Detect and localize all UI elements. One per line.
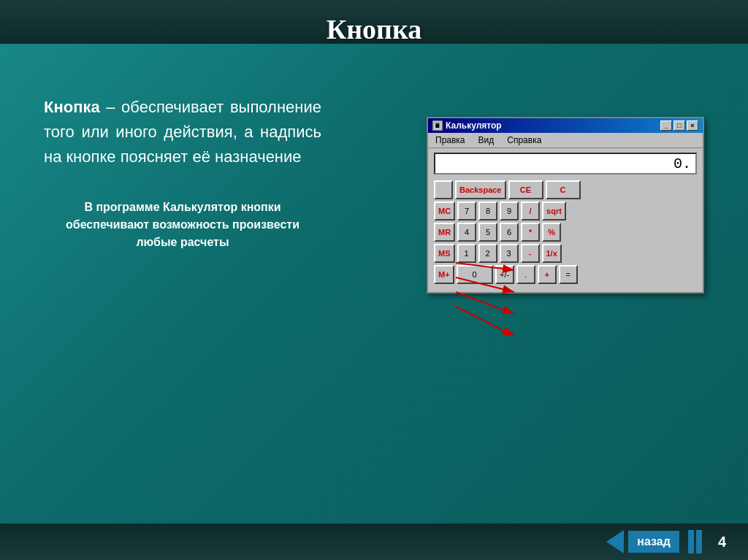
calc-btn-7[interactable]: 7: [457, 202, 476, 220]
calc-title-text: Калькулятор: [446, 120, 502, 131]
calc-btn-sqrt[interactable]: sqrt: [542, 202, 566, 220]
calc-btn-2[interactable]: 2: [478, 244, 497, 263]
calc-display: 0.: [434, 153, 697, 174]
calc-btn-add[interactable]: +: [538, 265, 557, 284]
calc-btn-backspace[interactable]: Backspace: [455, 180, 506, 199]
calc-title-buttons: _ □ ×: [660, 120, 698, 131]
calc-btn-ms[interactable]: MS: [434, 244, 455, 263]
svg-line-3: [456, 292, 514, 314]
close-button[interactable]: ×: [687, 120, 698, 131]
calc-menubar: Правка Вид Справка: [428, 133, 703, 148]
calc-btn-mplus[interactable]: M+: [434, 265, 454, 284]
calc-buttons: Backspace CE C MC 7 8 9 / sqrt MR 4 5 6 …: [428, 177, 703, 292]
calc-app-icon: 🖩: [432, 120, 443, 131]
calc-btn-divide[interactable]: /: [521, 202, 540, 220]
page-number: 4: [718, 534, 726, 551]
page-title: Кнопка: [0, 7, 748, 45]
nav-divider-1: [688, 530, 694, 553]
calc-row-3: MR 4 5 6 * %: [434, 223, 697, 242]
calc-btn-6[interactable]: 6: [500, 223, 519, 242]
calc-titlebar: 🖩 Калькулятор _ □ ×: [428, 118, 703, 133]
bottom-bar: назад 4: [0, 523, 748, 560]
calc-btn-percent[interactable]: %: [542, 223, 561, 242]
svg-line-4: [456, 307, 514, 336]
keyword-button: Кнопка: [44, 98, 100, 116]
calc-title-left: 🖩 Калькулятор: [432, 120, 502, 131]
calc-btn-empty[interactable]: [434, 180, 453, 199]
menu-item-help[interactable]: Справка: [504, 134, 544, 146]
menu-item-view[interactable]: Вид: [476, 134, 497, 146]
menu-item-edit[interactable]: Правка: [432, 134, 468, 146]
nav-divider-2: [696, 530, 702, 553]
calc-btn-1[interactable]: 1: [457, 244, 476, 263]
calc-row-2: MC 7 8 9 / sqrt: [434, 202, 697, 220]
main-description: Кнопка – обеспечивает выполнение того ил…: [44, 95, 321, 169]
calc-btn-mc[interactable]: MC: [434, 202, 455, 220]
nav-dividers: [688, 530, 702, 553]
maximize-button[interactable]: □: [673, 120, 685, 131]
left-content: Кнопка – обеспечивает выполнение того ил…: [44, 95, 321, 251]
nav-back-button[interactable]: назад: [606, 530, 679, 553]
calc-btn-5[interactable]: 5: [478, 223, 497, 242]
calc-btn-3[interactable]: 3: [500, 244, 519, 263]
calc-btn-c[interactable]: C: [546, 180, 581, 199]
calc-btn-reciprocal[interactable]: 1/x: [542, 244, 562, 263]
back-label[interactable]: назад: [628, 531, 679, 553]
calc-btn-0[interactable]: 0: [457, 265, 493, 284]
minimize-button[interactable]: _: [660, 120, 672, 131]
back-arrow-icon: [606, 530, 624, 553]
calc-btn-4[interactable]: 4: [457, 223, 476, 242]
calc-row-4: MS 1 2 3 - 1/x: [434, 244, 697, 263]
sub-description: В программе Калькулятор кнопки обеспечив…: [44, 199, 321, 251]
calc-display-value: 0.: [673, 156, 691, 172]
calc-row-1: Backspace CE C: [434, 180, 697, 199]
calc-row-5: M+ 0 +/- . + =: [434, 265, 697, 284]
calc-btn-sign[interactable]: +/-: [495, 265, 514, 284]
calc-btn-dot[interactable]: .: [516, 265, 535, 284]
calc-btn-subtract[interactable]: -: [521, 244, 540, 263]
calc-btn-equals[interactable]: =: [559, 265, 578, 284]
calc-btn-mr[interactable]: MR: [434, 223, 455, 242]
calc-btn-multiply[interactable]: *: [521, 223, 540, 242]
calc-btn-ce[interactable]: CE: [508, 180, 543, 199]
calc-btn-9[interactable]: 9: [500, 202, 519, 220]
calculator-window: 🖩 Калькулятор _ □ × Правка Вид Справка 0…: [427, 117, 704, 294]
calc-btn-8[interactable]: 8: [478, 202, 497, 220]
